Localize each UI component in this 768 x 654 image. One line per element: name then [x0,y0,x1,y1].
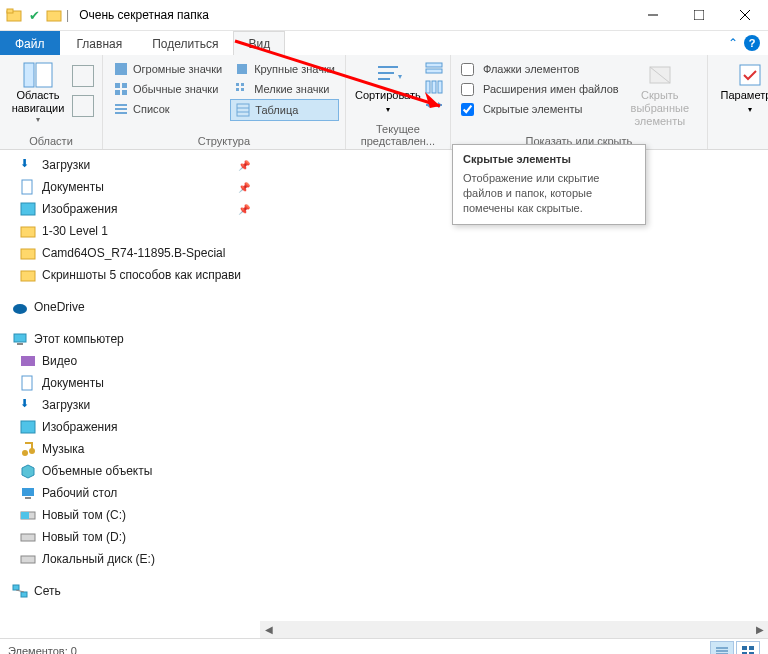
layout-list[interactable]: Список [109,99,226,119]
svg-point-53 [22,450,28,456]
layout-table[interactable]: Таблица [230,99,339,121]
svg-rect-12 [122,83,127,88]
tree-folder-1[interactable]: 1-30 Level 1 [0,220,260,242]
svg-rect-22 [237,104,249,116]
tree-folder-2[interactable]: Camd64OS_R74-11895.B-Special [0,242,260,264]
svg-line-64 [16,590,24,592]
svg-rect-61 [21,556,35,563]
hide-selected-button: Скрыть выбранные элементы [619,57,701,128]
close-button[interactable] [722,0,768,30]
svg-rect-31 [426,81,430,93]
svg-rect-63 [21,592,27,597]
tab-share[interactable]: Поделиться [137,31,233,55]
svg-rect-1 [7,9,13,13]
svg-point-54 [29,448,35,454]
check-item-checkboxes[interactable]: Флажки элементов [457,59,619,79]
tree-downloads2[interactable]: ⬇Загрузки [0,394,260,416]
svg-rect-49 [17,343,23,345]
collapse-ribbon-icon[interactable]: ⌃ [728,36,738,50]
svg-marker-28 [398,75,402,79]
svg-rect-13 [115,90,120,95]
status-bar: Элементов: 0 [0,638,768,654]
svg-rect-2 [47,11,61,21]
svg-rect-17 [236,88,239,91]
svg-rect-15 [236,83,239,86]
layout-normal[interactable]: Обычные значки [109,79,226,99]
svg-rect-52 [21,421,35,433]
sort-button[interactable]: Сортировать ▾ [352,57,424,116]
nav-pane-button[interactable]: Область навигации ▾ [6,57,70,124]
svg-rect-16 [241,83,244,86]
preview-pane-button[interactable] [72,65,94,87]
tree-desktop[interactable]: Рабочий стол [0,482,260,504]
tree-volc[interactable]: Новый том (C:) [0,504,260,526]
tooltip-hidden-items: Скрытые элементы Отображение или скрытие… [452,144,646,225]
tab-file[interactable]: Файл [0,31,60,55]
svg-rect-9 [115,63,127,75]
svg-marker-35 [426,102,430,108]
tree-downloads[interactable]: ⬇Загрузки📌 [0,154,260,176]
tree-documents2[interactable]: Документы [0,372,260,394]
details-pane-button[interactable] [72,95,94,117]
horizontal-scrollbar[interactable]: ◀ ▶ [260,621,768,638]
check-hidden-items[interactable]: Скрытые элементы [457,99,619,119]
tree-pictures[interactable]: Изображения📌 [0,198,260,220]
add-cols-icon[interactable] [424,79,444,95]
tree-pictures2[interactable]: Изображения [0,416,260,438]
svg-rect-43 [21,203,35,215]
svg-rect-29 [426,63,442,67]
window-title: Очень секретная папка [79,8,209,22]
svg-rect-68 [742,646,747,650]
layout-large[interactable]: Крупные значки [230,59,339,79]
svg-rect-7 [24,63,34,87]
nav-tree[interactable]: ⬇Загрузки📌 Документы📌 Изображения📌 1-30 … [0,150,260,638]
layout-small[interactable]: Мелкие значки [230,79,339,99]
svg-rect-33 [438,81,442,93]
minimize-button[interactable] [630,0,676,30]
folder-icon [6,7,22,23]
layout-huge[interactable]: Огромные значки [109,59,226,79]
size-cols-icon[interactable] [424,97,444,113]
tree-network[interactable]: Сеть [0,580,260,602]
svg-point-47 [13,304,27,314]
tree-onedrive[interactable]: OneDrive [0,296,260,318]
content-area: ⬇Загрузки📌 Документы📌 Изображения📌 1-30 … [0,150,768,638]
svg-rect-11 [115,83,120,88]
svg-rect-4 [694,10,704,20]
tree-folder-3[interactable]: Скриншоты 5 способов как исправи [0,264,260,286]
view-details-button[interactable] [710,641,734,654]
svg-rect-42 [22,180,32,194]
svg-rect-32 [432,81,436,93]
check-file-extensions[interactable]: Расширения имен файлов [457,79,619,99]
view-thumbs-button[interactable] [736,641,760,654]
tree-thispc[interactable]: Этот компьютер [0,328,260,350]
maximize-button[interactable] [676,0,722,30]
scroll-right-button[interactable]: ▶ [751,621,768,638]
svg-rect-50 [21,356,35,366]
tab-home[interactable]: Главная [62,31,138,55]
help-icon[interactable]: ? [744,35,760,51]
svg-rect-39 [740,65,760,85]
svg-rect-57 [25,497,31,499]
ribbon-tabs: Файл Главная Поделиться Вид ⌃ ? [0,31,768,55]
svg-rect-51 [22,376,32,390]
tree-vole[interactable]: Локальный диск (E:) [0,548,260,570]
tree-documents[interactable]: Документы📌 [0,176,260,198]
svg-rect-56 [22,488,34,496]
tree-vold[interactable]: Новый том (D:) [0,526,260,548]
tree-3dobjects[interactable]: Объемные объекты [0,460,260,482]
tab-view[interactable]: Вид [233,31,285,55]
options-button[interactable]: Параметры▾ [714,57,768,116]
folder-icon-2 [46,7,62,23]
tree-music[interactable]: Музыка [0,438,260,460]
explorer-window: ✔ | Очень секретная папка Файл Главная П… [0,0,768,654]
ribbon: Область навигации ▾ Области Огромные зна… [0,55,768,150]
checkmark-icon: ✔ [26,7,42,23]
group-by-icon[interactable] [424,61,444,77]
svg-rect-46 [21,271,35,281]
svg-rect-14 [122,90,127,95]
tree-video[interactable]: Видео [0,350,260,372]
scroll-left-button[interactable]: ◀ [260,621,277,638]
svg-rect-18 [241,88,244,91]
svg-marker-36 [438,102,442,108]
